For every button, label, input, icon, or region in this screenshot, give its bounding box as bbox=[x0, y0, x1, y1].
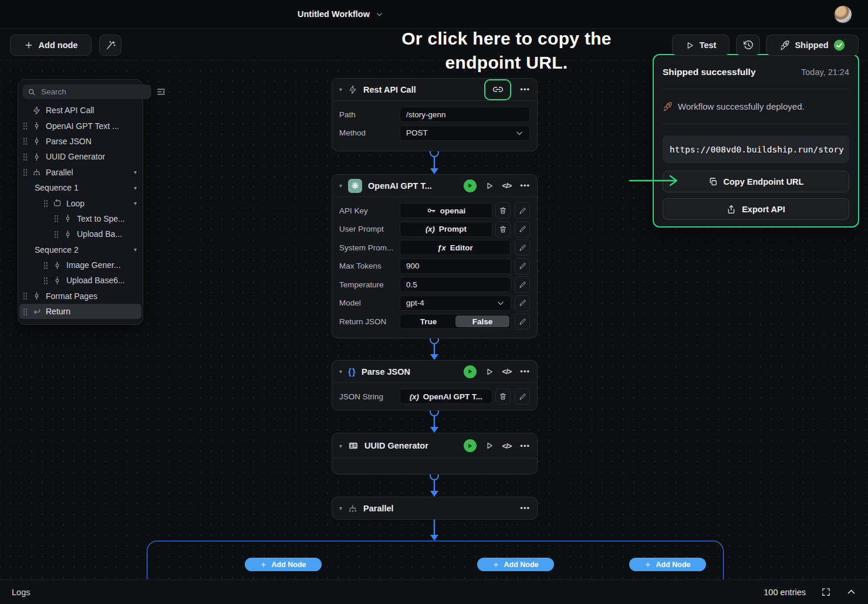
version-history-button[interactable] bbox=[736, 35, 760, 56]
collapse-caret-icon[interactable]: ▾ bbox=[339, 368, 342, 375]
user-avatar[interactable] bbox=[834, 5, 852, 23]
sidebar-item-image-generator[interactable]: Image Gener... bbox=[18, 257, 143, 273]
sidebar-item-format-pages[interactable]: Format Pages bbox=[18, 289, 143, 304]
sidebar-item-parallel[interactable]: Parallel ▾ bbox=[18, 165, 143, 180]
run-node-button[interactable] bbox=[464, 365, 477, 378]
drag-handle[interactable] bbox=[23, 122, 28, 130]
search-input[interactable] bbox=[40, 87, 146, 97]
node-menu-button[interactable]: ••• bbox=[520, 85, 530, 94]
node-parallel[interactable]: ▾ Parallel ••• bbox=[332, 497, 538, 520]
temperature-input[interactable]: 0.5 bbox=[400, 277, 511, 292]
run-node-button[interactable] bbox=[464, 439, 477, 452]
fullscreen-icon[interactable] bbox=[821, 587, 831, 597]
copy-endpoint-link-button[interactable] bbox=[484, 79, 511, 100]
sidebar-item-uuid-generator[interactable]: UUID Generator bbox=[18, 149, 143, 164]
drag-handle[interactable] bbox=[43, 199, 48, 207]
play-icon[interactable] bbox=[485, 182, 494, 190]
collapse-sidebar-icon[interactable] bbox=[156, 87, 166, 97]
drag-handle[interactable] bbox=[23, 292, 28, 300]
max-tokens-input[interactable]: 900 bbox=[400, 259, 511, 274]
edit-value-button[interactable] bbox=[515, 221, 530, 237]
edit-value-button[interactable] bbox=[515, 276, 530, 293]
edit-value-button[interactable] bbox=[515, 258, 530, 274]
collapse-caret-icon[interactable]: ▾ bbox=[339, 505, 342, 511]
workflow-title-menu[interactable]: Untitled Workflow bbox=[298, 0, 383, 28]
collapse-caret-icon[interactable]: ▾ bbox=[339, 182, 342, 189]
collapse-caret-icon[interactable]: ▾ bbox=[339, 86, 342, 93]
branch-add-node-button-2[interactable]: Add Node bbox=[477, 558, 554, 571]
play-icon[interactable] bbox=[485, 442, 494, 450]
copy-endpoint-url-button[interactable]: Copy Endpoint URL bbox=[663, 171, 849, 192]
add-node-button[interactable]: Add node bbox=[10, 35, 92, 56]
sidebar-item-openai-gpt-text[interactable]: OpenAI GPT Text ... bbox=[18, 118, 143, 133]
system-prompt-editor-chip[interactable]: ƒx Editor bbox=[400, 240, 511, 255]
sidebar-item-rest-api-call[interactable]: Rest API Call bbox=[18, 103, 143, 118]
code-icon[interactable]: </> bbox=[502, 442, 512, 450]
drag-handle[interactable] bbox=[23, 308, 28, 315]
node-menu-button[interactable]: ••• bbox=[520, 367, 530, 376]
sidebar-item-return[interactable]: Return bbox=[19, 304, 141, 319]
drag-handle[interactable] bbox=[23, 137, 28, 145]
chevron-up-icon[interactable] bbox=[846, 587, 856, 597]
delete-value-button[interactable] bbox=[495, 202, 511, 219]
drag-handle[interactable] bbox=[43, 277, 48, 284]
json-string-chip[interactable]: (x) OpenAI GPT T... bbox=[400, 389, 492, 404]
run-node-button[interactable] bbox=[464, 179, 477, 192]
drag-handle[interactable] bbox=[54, 215, 59, 222]
node-openai-gpt-text[interactable]: ▾ ❋ OpenAI GPT T... </> ••• API Key open… bbox=[332, 174, 538, 338]
edit-value-button[interactable] bbox=[515, 295, 530, 311]
endpoint-url-field[interactable]: https://008vd0.buildship.run/story bbox=[663, 135, 849, 163]
drag-handle[interactable] bbox=[54, 230, 59, 238]
chevron-down-icon[interactable]: ▾ bbox=[134, 200, 138, 206]
shipped-success-panel: Shipped successfully Today, 21:24 Workfl… bbox=[653, 54, 859, 228]
magic-wand-button[interactable] bbox=[99, 35, 121, 56]
sidebar-item-text-to-speech[interactable]: Text to Spe... bbox=[18, 211, 143, 226]
test-button[interactable]: Test bbox=[672, 35, 729, 56]
toggle-false-option[interactable]: False bbox=[455, 315, 509, 327]
sidebar-item-loop[interactable]: Loop ▾ bbox=[18, 195, 143, 211]
model-select[interactable]: gpt-4 bbox=[400, 296, 511, 311]
shipped-button[interactable]: Shipped bbox=[766, 35, 859, 56]
delete-value-button[interactable] bbox=[495, 221, 511, 237]
node-menu-button[interactable]: ••• bbox=[520, 181, 530, 190]
edit-value-button[interactable] bbox=[515, 239, 530, 256]
node-parse-json[interactable]: ▾ { } Parse JSON </> ••• JSON String (x)… bbox=[332, 360, 538, 410]
chevron-down-icon[interactable]: ▾ bbox=[134, 185, 138, 191]
trash-icon bbox=[499, 206, 507, 215]
branch-add-node-button-3[interactable]: Add Node bbox=[629, 558, 706, 571]
drag-handle[interactable] bbox=[23, 168, 28, 176]
api-key-chip[interactable]: openai bbox=[400, 203, 492, 218]
bolt-icon bbox=[348, 85, 357, 94]
drag-handle[interactable] bbox=[43, 262, 48, 269]
node-uuid-generator[interactable]: ▾ UUID Generator </> ••• bbox=[332, 433, 538, 474]
play-icon[interactable] bbox=[485, 368, 494, 376]
annotation-text: Or click here to copy the endpoint URL. bbox=[351, 26, 662, 74]
node-rest-api-call[interactable]: ▾ Rest API Call ••• Path /story-genn Met… bbox=[332, 78, 538, 151]
branch-add-node-button-1[interactable]: Add Node bbox=[245, 558, 322, 571]
add-node-label: Add node bbox=[39, 40, 78, 50]
edit-value-button[interactable] bbox=[515, 313, 530, 330]
chevron-down-icon[interactable]: ▾ bbox=[134, 246, 138, 253]
drag-handle[interactable] bbox=[23, 153, 28, 161]
user-prompt-chip[interactable]: (x) Prompt bbox=[400, 222, 492, 237]
sidebar-item-upload-base64-2[interactable]: Upload Base6... bbox=[18, 273, 143, 288]
code-icon[interactable]: </> bbox=[502, 367, 512, 376]
collapse-caret-icon[interactable]: ▾ bbox=[339, 443, 342, 449]
path-input[interactable]: /story-genn bbox=[400, 107, 530, 122]
delete-value-button[interactable] bbox=[495, 388, 511, 405]
sidebar-item-sequence-1[interactable]: Sequence 1 ▾ bbox=[18, 180, 143, 195]
export-api-button[interactable]: Export API bbox=[663, 198, 849, 220]
node-menu-button[interactable]: ••• bbox=[520, 442, 530, 450]
method-select[interactable]: POST bbox=[400, 125, 530, 141]
sidebar-item-sequence-2[interactable]: Sequence 2 ▾ bbox=[18, 242, 143, 257]
pencil-icon bbox=[519, 225, 526, 233]
toggle-true-option[interactable]: True bbox=[401, 315, 455, 327]
sidebar-item-upload-base64-1[interactable]: Upload Ba... bbox=[18, 226, 143, 242]
node-menu-button[interactable]: ••• bbox=[520, 504, 530, 513]
chevron-down-icon[interactable]: ▾ bbox=[134, 169, 138, 175]
sidebar-item-parse-json[interactable]: Parse JSON bbox=[18, 134, 143, 149]
edit-value-button[interactable] bbox=[515, 388, 530, 405]
edit-value-button[interactable] bbox=[515, 202, 530, 219]
code-icon[interactable]: </> bbox=[502, 181, 512, 190]
pencil-icon bbox=[519, 281, 526, 289]
